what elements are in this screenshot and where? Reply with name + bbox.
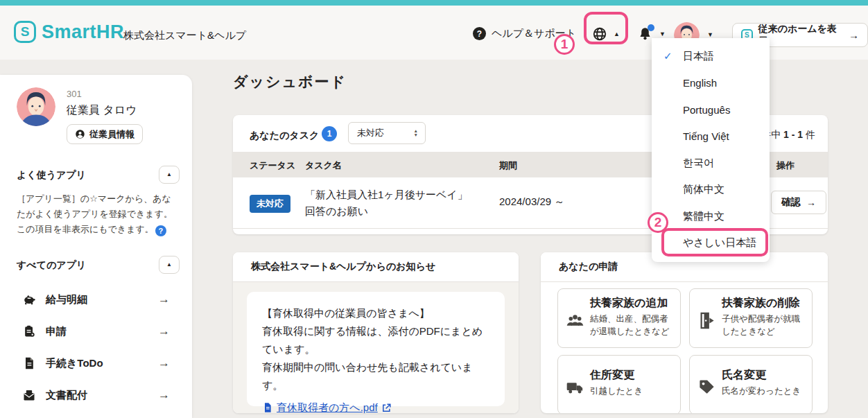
globe-icon xyxy=(592,26,607,42)
request-clipboard-icon xyxy=(22,324,36,338)
notice-message: 【育休取得中の従業員の皆さまへ】 育休取得に関する情報は、添付のPDFにまとめて… xyxy=(247,292,505,406)
request-card-desc: 氏名が変わったとき xyxy=(722,385,806,397)
sidebar-item-label: 手続きToDo xyxy=(46,357,103,370)
arrow-right-icon: → xyxy=(158,388,170,402)
company-notice-card: 株式会社スマート&ヘルプからのお知らせ 【育休取得中の従業員の皆さまへ】 育休取… xyxy=(233,252,519,413)
column-period: 期間 xyxy=(499,159,517,172)
request-card-add-dependent[interactable]: 扶養家族の追加 結婚、出産、配偶者が退職したときなど xyxy=(557,288,681,348)
employee-avatar xyxy=(17,87,55,126)
all-apps-collapse-button[interactable]: ▲ xyxy=(159,256,180,274)
request-card-desc: 子供や配偶者が就職したときなど xyxy=(722,313,806,338)
request-card-title: 扶養家族の削除 xyxy=(722,296,806,311)
task-count-badge: 1 xyxy=(322,126,337,141)
caret-up-icon: ▲ xyxy=(614,31,620,37)
column-task-name: タスク名 xyxy=(305,159,342,172)
brand-name: SmartHR xyxy=(42,21,124,43)
external-link-icon xyxy=(381,403,392,413)
arrow-right-icon: → xyxy=(158,356,170,370)
caret-down-icon: ▼ xyxy=(707,32,713,38)
status-badge: 未対応 xyxy=(250,195,290,213)
task-status-filter-select[interactable]: 未対応 ▲ ▼ xyxy=(348,122,426,144)
smarthr-dashboard-page: S SmartHR 株式会社スマート&ヘルプ ? ヘルプ＆サポート ▲ ▼ ▼ xyxy=(0,0,868,418)
sidebar-item-requests[interactable]: 申請 → xyxy=(22,323,175,340)
request-card-name-change[interactable]: 氏名変更 氏名が変わったとき xyxy=(689,355,813,413)
arrow-right-icon: → xyxy=(806,197,816,208)
your-requests-card: あなたの申請 扶養家族の追加 結婚、出産、配偶者が退職したときなど 扶養家族の削… xyxy=(541,252,828,413)
favorites-note: ［アプリ一覧］の☆マークから、あなたがよく使うアプリを登録できます。この項目を非… xyxy=(17,191,179,237)
arrow-right-icon: → xyxy=(158,293,170,306)
sidebar-item-label: 文書配付 xyxy=(46,389,87,402)
menu-item-portuguese[interactable]: Português xyxy=(652,96,770,123)
language-dropdown-menu: ✓ 日本語 English Português Tiếng Việt 한국어 简… xyxy=(652,38,770,262)
employee-info-label: 従業員情報 xyxy=(89,128,134,141)
sidebar-item-label: 申請 xyxy=(46,325,67,338)
notice-body: 【育休取得中の従業員の皆さまへ】 育休取得に関する情報は、添付のPDFにまとめて… xyxy=(233,282,519,413)
family-remove-icon xyxy=(697,311,716,330)
request-card-remove-dependent[interactable]: 扶養家族の削除 子供や配偶者が就職したときなど xyxy=(689,288,813,348)
pdf-attachment-link[interactable]: 育休取得者の方へ.pdf xyxy=(262,399,392,413)
request-card-address-change[interactable]: 住所変更 引越したとき xyxy=(557,355,681,413)
person-circle-icon xyxy=(75,129,85,139)
confirm-button[interactable]: 確認 → xyxy=(771,191,826,214)
task-name: 「新入社員入社1ヶ月後サーベイ」 回答のお願い xyxy=(305,186,468,220)
request-card-desc: 結婚、出産、配偶者が退職したときなど xyxy=(590,313,675,338)
employee-name: 従業員 タロウ xyxy=(67,103,137,118)
menu-item-traditional-chinese[interactable]: 繁體中文 xyxy=(652,203,770,230)
todo-document-icon xyxy=(22,356,36,370)
legacy-home-label: 従来のホームを表示 xyxy=(758,23,844,48)
notification-dot xyxy=(648,24,654,31)
menu-item-korean[interactable]: 한국어 xyxy=(652,150,770,177)
document-icon xyxy=(262,402,273,413)
request-card-title: 住所変更 xyxy=(590,368,675,383)
caret-up-icon: ▲ xyxy=(166,262,172,268)
moving-truck-icon xyxy=(566,378,584,397)
arrow-right-icon: → xyxy=(158,324,170,338)
menu-item-easy-japanese[interactable]: やさしい日本語 xyxy=(652,230,770,257)
menu-item-vietnamese[interactable]: Tiếng Việt xyxy=(652,123,770,150)
sidebar-item-document-delivery[interactable]: 文書配付 → xyxy=(22,387,175,403)
company-name: 株式会社スマート&ヘルプ xyxy=(123,29,246,42)
menu-item-japanese[interactable]: ✓ 日本語 xyxy=(652,43,770,70)
sidebar: 301 従業員 タロウ 従業員情報 よく使うアプリ ▲ ［アプリ一覧］の☆マーク… xyxy=(0,75,192,418)
favorites-section-header: よく使うアプリ xyxy=(17,169,86,182)
menu-item-simplified-chinese[interactable]: 简体中文 xyxy=(652,177,770,204)
smarthr-logo-icon: S xyxy=(14,21,36,43)
favorites-collapse-button[interactable]: ▲ xyxy=(159,166,180,184)
tasks-title: あなたのタスク xyxy=(250,130,319,142)
family-add-icon xyxy=(566,311,584,330)
caret-down-icon: ▼ xyxy=(659,31,666,37)
sidebar-item-payslip[interactable]: 給与明細 → xyxy=(22,291,175,308)
select-spinner-icon: ▲ ▼ xyxy=(414,129,418,138)
column-status: ステータス xyxy=(250,159,295,172)
all-apps-section-header: すべてのアプリ xyxy=(17,259,86,272)
arrow-right-icon: → xyxy=(849,29,859,41)
piggy-bank-icon xyxy=(22,293,36,306)
name-tag-icon xyxy=(697,378,716,397)
employee-info-button[interactable]: 従業員情報 xyxy=(67,124,143,144)
annotation-step-1: 1 xyxy=(554,34,575,55)
language-menu-button[interactable]: ▲ xyxy=(592,26,620,42)
page-title: ダッシュボード xyxy=(233,72,347,92)
sidebar-item-procedures-todo[interactable]: 手続きToDo → xyxy=(22,355,175,372)
caret-up-icon: ▲ xyxy=(166,172,172,177)
mail-document-icon xyxy=(22,388,36,402)
help-question-icon[interactable]: ? xyxy=(155,225,166,236)
check-icon: ✓ xyxy=(663,50,672,62)
sidebar-item-label: 給与明細 xyxy=(46,293,87,306)
task-period: 2024/03/29 ～ xyxy=(499,195,564,209)
employee-number: 301 xyxy=(67,89,82,99)
smarthr-logo[interactable]: S SmartHR xyxy=(14,21,124,43)
column-action: 操作 xyxy=(776,159,795,172)
notice-title: 株式会社スマート&ヘルプからのお知らせ xyxy=(233,252,519,282)
annotation-step-2: 2 xyxy=(648,212,668,233)
request-card-title: 扶養家族の追加 xyxy=(590,296,675,311)
brand-top-border xyxy=(0,0,868,6)
task-filter-value: 未対応 xyxy=(357,127,384,139)
request-card-desc: 引越したとき xyxy=(590,385,675,397)
request-card-title: 氏名変更 xyxy=(722,368,806,383)
question-circle-icon: ? xyxy=(473,27,486,40)
menu-item-english[interactable]: English xyxy=(652,70,770,97)
